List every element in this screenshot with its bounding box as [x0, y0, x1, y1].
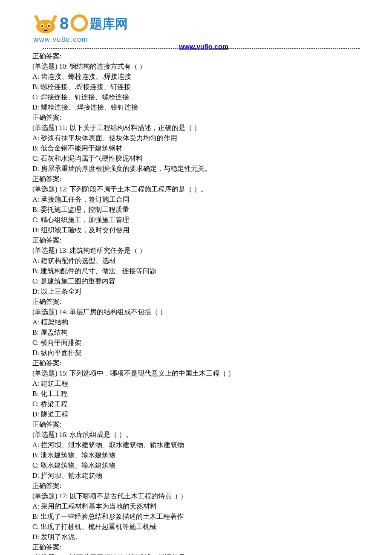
question-option: B: 委托施工监理，控制工程质量	[32, 205, 360, 215]
question-option: B: 泄水建筑物、输水建筑物	[32, 450, 360, 460]
logo-url: www.vu8o.com	[33, 34, 88, 45]
answer-label: 正确答案:	[32, 419, 360, 430]
question-option: A: 拦河坝、泄水建筑物、取水建筑物、输水建筑物	[32, 440, 360, 450]
question-option: A: 承接施工任务，签订施工合同	[32, 194, 360, 205]
question-option: C: 焊接连接、钉连接、螺栓连接	[32, 92, 360, 102]
question-option: A: 框架结构	[32, 317, 360, 327]
question-block: (单选题) 11: 以下关于工程结构材料描述，正确的是（ ）A: 砂浆有抹平块体…	[32, 123, 360, 184]
question-option: D: 纵向平面排架	[32, 348, 360, 358]
question-option: B: 螺栓连接、.焊接连接、钉连接	[32, 82, 360, 92]
question-prompt: (单选题) 10: 钢结构的连接方式有（ ）	[32, 61, 360, 72]
question-option: C: 是建筑施工图的重要内容	[32, 276, 360, 286]
answer-label: 正确答案:	[32, 174, 360, 184]
question-block: (单选题) 15: 下列选项中，哪项不是现代意义上的中国土木工程（ ）A: 建筑…	[32, 368, 360, 430]
logo-text-icon: 8 题库网	[60, 13, 132, 35]
question-block: (单选题) 14: 单层厂房的结构组成不包括（ ）A: 框架结构B: 屋盖结构C…	[32, 307, 360, 368]
question-option: A: 采用的工程材料基本为当地的天然材料	[32, 501, 360, 512]
question-option: A: 建筑构配件的选型、选材	[32, 256, 360, 266]
question-option: D: 以上三条全对	[32, 286, 360, 297]
question-option: C: 横向平面排架	[32, 338, 360, 348]
logo-main: 8 题库网	[32, 13, 132, 35]
question-prompt: (单选题) 16: 水库的组成是（ ）。	[32, 430, 360, 440]
question-prompt: (单选题) 17: 以下哪项不是古代土木工程的特点（ ）	[32, 491, 360, 501]
answer-label: 正确答案:	[32, 113, 360, 123]
question-option: B: 低合金钢不能用于建筑钢材	[32, 143, 360, 153]
answer-label: 正确答案:	[32, 542, 360, 552]
svg-text:题库网: 题库网	[89, 17, 128, 31]
question-option: D: 隧道工程	[32, 409, 360, 419]
answer-label: 正确答案:	[32, 481, 360, 491]
logo-url-tld: com	[73, 35, 88, 43]
question-prompt: (单选题) 15: 下列选项中，哪项不是现代意义上的中国土木工程（ ）	[32, 368, 360, 379]
question-option: D: 房屋承重墙的厚度根据强度的要求确定，与稳定性无关。	[32, 164, 360, 174]
question-option: C: 取水建筑物、输水建筑物	[32, 460, 360, 471]
answer-label: 正确答案:	[32, 51, 360, 61]
question-prompt: (单选题) 13: 建筑构造研究任务是（ ）	[32, 246, 360, 256]
answer-label: 正确答案:	[32, 358, 360, 368]
svg-point-3	[41, 25, 43, 27]
question-option: C: 石灰和水泥均属于气硬性胶泥材料	[32, 153, 360, 164]
question-option: D: 拦河坝、输水建筑物	[32, 471, 360, 481]
question-option: A: 齿连接、螺栓连接、.焊接连接	[32, 72, 360, 82]
question-list: (单选题) 10: 钢结构的连接方式有（ ）A: 齿连接、螺栓连接、.焊接连接B…	[32, 61, 360, 555]
svg-point-0	[36, 20, 55, 33]
logo-mascot-icon	[32, 14, 59, 34]
answer-label: 正确答案:	[32, 297, 360, 307]
question-block: (单选题) 12: 下列阶段不属于土木工程施工程序的是（ ）。A: 承接施工任务…	[32, 184, 360, 246]
question-prompt: (单选题) 12: 下列阶段不属于土木工程施工程序的是（ ）。	[32, 184, 360, 194]
question-block: (单选题) 10: 钢结构的连接方式有（ ）A: 齿连接、螺栓连接、.焊接连接B…	[32, 61, 360, 123]
question-option: D: 组织竣工验收，及时交付使用	[32, 225, 360, 235]
question-prompt: (单选题) 18: 以下关于工程结构材料描述，错误的是（ ）	[32, 552, 360, 555]
site-link[interactable]: www.vu8o.com	[179, 42, 228, 52]
question-prompt: (单选题) 14: 单层厂房的结构组成不包括（ ）	[32, 307, 360, 317]
svg-text:8: 8	[60, 14, 69, 32]
question-option: A: 建筑工程	[32, 379, 360, 389]
question-prompt: (单选题) 11: 以下关于工程结构材料描述，正确的是（ ）	[32, 123, 360, 133]
question-block: (单选题) 16: 水库的组成是（ ）。A: 拦河坝、泄水建筑物、取水建筑物、输…	[32, 430, 360, 491]
question-block: (单选题) 17: 以下哪项不是古代土木工程的特点（ ）A: 采用的工程材料基本…	[32, 491, 360, 552]
question-block: (单选题) 18: 以下关于工程结构材料描述，错误的是（ ）A: 砂浆有抹平块体…	[32, 552, 360, 555]
question-option: D: 发明了水泥。	[32, 532, 360, 542]
question-option: B: 出现了一些经验总结和形象描述的土木工程著作	[32, 512, 360, 522]
question-block: (单选题) 13: 建筑构造研究任务是（ ）A: 建筑构配件的选型、选材B: 建…	[32, 246, 360, 307]
page-header: 8 题库网 www.vu8o.com www.vu8o.com	[0, 0, 392, 45]
content: 正确答案: (单选题) 10: 钢结构的连接方式有（ ）A: 齿连接、螺栓连接、…	[0, 51, 392, 555]
svg-point-6	[72, 16, 86, 30]
answer-label: 正确答案:	[32, 235, 360, 246]
svg-point-4	[48, 25, 50, 27]
question-option: C: 精心组织施工，加强施工管理	[32, 215, 360, 225]
question-option: D: 螺栓连接、.焊接连接、铆钉连接	[32, 102, 360, 113]
question-option: C: 桥梁工程	[32, 399, 360, 409]
logo: 8 题库网 www.vu8o.com	[32, 13, 360, 45]
logo-url-domain: vu8o	[52, 35, 70, 43]
question-option: C: 出现了打桩机、桅杆起重机等施工机械	[32, 522, 360, 532]
question-option: B: 屋盖结构	[32, 327, 360, 338]
logo-url-www: www	[33, 35, 50, 43]
question-option: B: 化工工程	[32, 389, 360, 399]
question-option: B: 建筑构配件的尺寸、做法、连接等问题	[32, 266, 360, 276]
question-option: A: 砂浆有抹平块体表面、使块体受力均匀的作用	[32, 133, 360, 143]
